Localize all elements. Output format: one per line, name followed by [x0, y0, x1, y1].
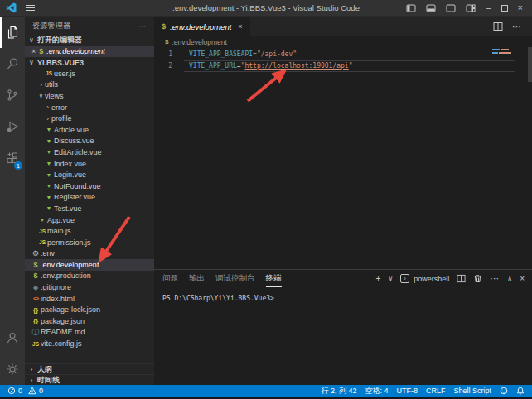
tree-item-views[interactable]: ∨views — [25, 90, 154, 102]
tree-item-permission.js[interactable]: JSpermission.js — [25, 237, 154, 248]
terminal-content[interactable]: PS D:\CSharp\Yi\Yi.BBS.Vue3> — [154, 287, 532, 302]
vue-file-icon: ▼ — [44, 172, 54, 178]
tree-item-.gitignore[interactable]: ◆.gitignore — [25, 281, 154, 293]
tree-item-main.js[interactable]: JSmain.js — [25, 225, 154, 237]
chevron-right-icon: › — [37, 81, 45, 89]
errors-icon — [7, 387, 16, 395]
tree-item-register.vue[interactable]: ▼Register.vue — [25, 192, 154, 204]
tree-item-article.vue[interactable]: ▼Article.vue — [25, 124, 154, 136]
account-icon[interactable] — [0, 322, 25, 353]
source-control-icon[interactable] — [0, 79, 25, 111]
tree-item-label: .env.production — [41, 272, 91, 280]
run-and-debug-icon[interactable] — [0, 111, 25, 142]
tree-item-user.js[interactable]: JSuser.js — [25, 68, 154, 79]
minimize-button[interactable]: – — [486, 3, 491, 12]
explorer-sidebar: 资源管理器 ⋯ ∨ 打开的编辑器 × $ .env.development ∨ … — [25, 17, 154, 385]
customize-layout-icon[interactable] — [466, 3, 476, 13]
env-key: VITE_APP_URL — [189, 62, 237, 70]
explorer-icon[interactable] — [0, 17, 25, 48]
panel-tab-problems[interactable]: 问题 — [162, 270, 178, 287]
tree-item-profile[interactable]: ›profile — [25, 113, 154, 124]
code-editor[interactable]: 1 VITE_APP_BASEAPI="/api-dev" 2 VITE_APP… — [154, 47, 532, 269]
vue-file-icon: ▼ — [44, 161, 54, 166]
split-terminal-icon[interactable] — [457, 274, 466, 283]
open-editor-item[interactable]: × $ .env.development — [25, 46, 154, 57]
status-eol[interactable]: CRLF — [426, 387, 446, 395]
line-number: 2 — [154, 60, 172, 72]
editor-group: $ .env.development × ⋯ $ .env.developmen… — [154, 17, 532, 385]
minimap[interactable] — [492, 49, 520, 55]
terminal-profile-chevron-icon[interactable]: ∨ — [388, 275, 393, 282]
maximize-panel-icon[interactable]: ∧ — [507, 275, 512, 282]
tree-item-.env[interactable]: ⚙.env — [25, 248, 154, 260]
url-link[interactable]: http://localhost:19001/api — [244, 62, 348, 70]
tab-label: .env.development — [170, 22, 231, 31]
toggle-panel-icon[interactable] — [426, 3, 436, 13]
terminal-shell-label[interactable]: powershell — [414, 275, 449, 283]
panel-tab-output[interactable]: 输出 — [189, 270, 205, 287]
tab-env-development[interactable]: $ .env.development × — [154, 17, 250, 36]
extensions-icon[interactable]: 1 — [0, 142, 25, 174]
breadcrumb-item[interactable]: .env.development — [172, 38, 226, 46]
close-panel-icon[interactable]: × — [520, 275, 525, 283]
tree-item-index.html[interactable]: <>index.html — [25, 293, 154, 305]
editor-more-actions-icon[interactable]: ⋯ — [512, 22, 522, 32]
close-icon[interactable]: × — [31, 47, 36, 55]
editor-scrollbar[interactable] — [528, 47, 532, 82]
panel-more-actions-icon[interactable]: ⋯ — [490, 273, 500, 284]
tab-close-icon[interactable]: × — [238, 22, 242, 31]
kill-terminal-trash-icon[interactable] — [473, 274, 482, 283]
tree-item-index.vue[interactable]: ▼Index.vue — [25, 158, 154, 170]
toggle-secondary-sidebar-icon[interactable] — [446, 3, 456, 13]
toggle-sidebar-icon[interactable] — [406, 3, 416, 13]
close-window-button[interactable]: × — [518, 3, 523, 12]
code-line-1[interactable]: 1 VITE_APP_BASEAPI="/api-dev" — [154, 49, 532, 60]
tree-item-label: Article.vue — [54, 126, 89, 134]
tree-item-utils[interactable]: ›utils — [25, 79, 154, 91]
status-cursor-position[interactable]: 行 2, 列 42 — [321, 386, 356, 397]
status-encoding[interactable]: UTF-8 — [396, 387, 418, 395]
project-root-header[interactable]: ∨ YI.BBS.VUE3 — [25, 57, 154, 68]
notifications-bell-icon[interactable] — [516, 387, 525, 395]
tree-item-package-lock.json[interactable]: {}package-lock.json — [25, 304, 154, 315]
git-file-icon: ◆ — [31, 284, 41, 291]
outline-section-header[interactable]: › 大纲 — [25, 363, 154, 374]
tree-item-readme.md[interactable]: ⓘREADME.md — [25, 327, 154, 339]
tree-item-test.vue[interactable]: ▼Test.vue — [25, 203, 154, 214]
tree-item-label: main.js — [47, 227, 71, 235]
split-editor-icon[interactable] — [493, 22, 503, 31]
sidebar-more-actions-icon[interactable]: ⋯ — [138, 22, 147, 31]
tree-item-app.vue[interactable]: ▼App.vue — [25, 214, 154, 226]
tree-item-notfound.vue[interactable]: ▼NotFound.vue — [25, 180, 154, 192]
breadcrumb[interactable]: $ .env.development — [154, 36, 532, 47]
search-icon[interactable] — [0, 48, 25, 79]
panel-tab-debug-console[interactable]: 调试控制台 — [215, 270, 255, 287]
feedback-smiley-icon[interactable] — [500, 387, 508, 395]
status-indentation[interactable]: 空格: 4 — [365, 386, 388, 397]
terminal-panel: 问题输出调试控制台终端 + ∨ › powershell ⋯ ∧ × — [154, 269, 532, 385]
tree-item-vite.config.js[interactable]: JSvite.config.js — [25, 338, 154, 349]
status-language[interactable]: Shell Script — [453, 387, 491, 395]
vue-file-icon: ▼ — [44, 195, 54, 200]
tree-item-discuss.vue[interactable]: ▼Discuss.vue — [25, 136, 154, 147]
tree-item-label: .env.development — [41, 261, 99, 269]
powershell-terminal-icon[interactable]: › — [400, 274, 409, 283]
tree-item-.env.production[interactable]: $.env.production — [25, 271, 154, 282]
timeline-section-header[interactable]: › 时间线 — [25, 374, 154, 385]
panel-tabs: 问题输出调试控制台终端 — [162, 270, 282, 287]
menu-icon[interactable] — [26, 5, 35, 11]
settings-gear-icon[interactable] — [0, 353, 25, 385]
maximize-button[interactable] — [501, 5, 508, 12]
tree-item-error[interactable]: ›error — [25, 102, 154, 113]
panel-header: 问题输出调试控制台终端 + ∨ › powershell ⋯ ∧ × — [154, 270, 532, 287]
tree-item-.env.development[interactable]: $.env.development — [25, 259, 154, 271]
new-terminal-icon[interactable]: + — [376, 275, 381, 283]
json-file-icon: {} — [31, 306, 41, 314]
code-line-2[interactable]: 2 VITE_APP_URL="http://localhost:19001/a… — [154, 60, 532, 72]
tree-item-editarticle.vue[interactable]: ▼EditArticle.vue — [25, 147, 154, 158]
tree-item-package.json[interactable]: {}package.json — [25, 315, 154, 327]
status-errors-warnings[interactable]: 0 0 — [7, 387, 43, 395]
open-editors-header[interactable]: ∨ 打开的编辑器 — [25, 35, 154, 46]
tree-item-login.vue[interactable]: ▼Login.vue — [25, 169, 154, 180]
panel-tab-terminal[interactable]: 终端 — [266, 270, 282, 287]
